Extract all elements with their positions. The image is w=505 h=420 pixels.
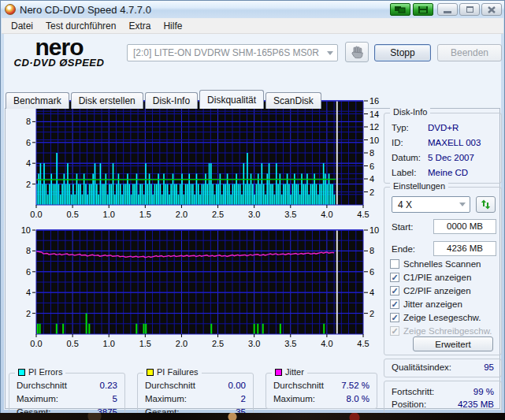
close-button[interactable] — [481, 3, 502, 16]
quality-index-value: 95 — [484, 362, 494, 372]
stop-button[interactable]: Stopp — [374, 44, 431, 61]
checkbox-jitter-anzeigen[interactable]: ✓Jitter anzeigen — [390, 297, 498, 310]
checkbox-schnelles-scannen[interactable]: Schnelles Scannen — [390, 257, 498, 270]
checkbox-label: C2/PIF anzeigen — [403, 286, 471, 295]
menu-item-extra[interactable]: Extra — [122, 19, 157, 33]
disk-info-row: Typ:DVD+R — [392, 123, 495, 132]
disk-info-value: Meine CD — [428, 168, 468, 177]
window-title: Nero CD-DVD Speed 4.7.7.0 — [20, 4, 151, 16]
end-input[interactable]: 4236 MB — [433, 241, 496, 256]
checkbox-box[interactable] — [390, 259, 399, 269]
save-graph-button[interactable] — [413, 3, 433, 16]
speed-select[interactable]: 4 X — [392, 196, 470, 213]
tab-disk-erstellen[interactable]: Disk erstellen — [71, 92, 143, 109]
disk-info-title: Disk-Info — [390, 107, 430, 117]
stat-row: Maximum:8.0 % — [273, 394, 369, 403]
stat-value: 5 — [113, 394, 117, 403]
start-input[interactable]: 0000 MB — [433, 219, 496, 234]
menu-item-test-durchf-hren[interactable]: Test durchführen — [39, 19, 122, 33]
checkbox-box[interactable]: ✓ — [390, 273, 399, 282]
settings-box: Einstellungen 4 X Start: 0000 MB Ende: 4… — [384, 187, 502, 355]
disk-info-row: Datum:5 Dec 2007 — [392, 153, 495, 162]
checkbox-box[interactable]: ✓ — [390, 313, 399, 322]
checkbox-c1-pie-anzeigen[interactable]: ✓C1/PIE anzeigen — [390, 270, 498, 284]
minimize-button[interactable] — [437, 3, 458, 16]
svg-text:6: 6 — [369, 267, 374, 277]
svg-text:6: 6 — [369, 162, 374, 171]
stat-row: Durchschnitt0.00 — [145, 381, 246, 390]
stat-box-title-text: Jitter — [285, 367, 304, 377]
stat-label: Durchschnitt — [17, 381, 67, 390]
svg-text:1.5: 1.5 — [139, 210, 151, 219]
checkbox-box: ✓ — [390, 326, 399, 336]
hand-icon — [351, 46, 364, 59]
tab-diskqualit-t[interactable]: Diskqualität — [199, 90, 264, 109]
quality-index-box: Qualitätsindex: 95 — [384, 359, 502, 377]
capture-screenshot-button[interactable] — [390, 3, 410, 16]
svg-text:1.0: 1.0 — [103, 339, 115, 348]
maximize-button[interactable] — [459, 3, 480, 16]
nero-app-icon — [5, 4, 16, 15]
stat-label: Maximum: — [273, 394, 315, 403]
settings-title: Einstellungen — [390, 181, 448, 191]
client-area: nero CD·DVD ØSPEED [2:0] LITE-ON DVDRW S… — [4, 34, 501, 410]
titlebar[interactable]: Nero CD-DVD Speed 4.7.7.0 — [1, 1, 504, 18]
progress-row: Fortschritt:99 % — [392, 387, 494, 396]
progress-label: Fortschritt: — [392, 387, 434, 396]
refresh-button[interactable] — [476, 196, 496, 213]
tabbar: BenchmarkDisk erstellenDisk-InfoDiskqual… — [6, 90, 323, 109]
svg-text:2.0: 2.0 — [176, 339, 188, 348]
legend-color-swatch — [275, 369, 282, 376]
disk-info-value: 5 Dec 2007 — [428, 153, 474, 162]
svg-text:0.0: 0.0 — [30, 210, 42, 219]
settings-checkboxes: Schnelles Scannen✓C1/PIE anzeigen✓C2/PIF… — [390, 257, 498, 337]
svg-text:10: 10 — [369, 136, 379, 145]
disk-info-value: DVD+R — [428, 123, 459, 132]
stat-box-title-text: PI Errors — [28, 367, 62, 377]
screens-icon — [394, 6, 407, 14]
svg-text:4: 4 — [369, 174, 374, 184]
eject-hand-button[interactable] — [345, 42, 369, 62]
svg-text:2: 2 — [26, 180, 31, 189]
speed-select-arrow[interactable] — [455, 203, 470, 206]
stat-label: Durchschnitt — [145, 381, 195, 390]
pi-errors-chart: 1086421614121086420.00.51.01.52.02.53.03… — [5, 96, 381, 221]
advanced-button[interactable]: Erweitert — [413, 336, 493, 351]
stat-row: Maximum:2 — [145, 394, 246, 403]
svg-text:6: 6 — [26, 267, 31, 277]
tab-benchmark[interactable]: Benchmark — [6, 92, 69, 109]
menubar: DateiTest durchführenExtraHilfe — [2, 18, 503, 34]
stat-box-title: Jitter — [272, 367, 307, 377]
menu-item-hilfe[interactable]: Hilfe — [157, 19, 188, 33]
menu-item-datei[interactable]: Datei — [5, 19, 39, 33]
checkbox-c2-pif-anzeigen[interactable]: ✓C2/PIF anzeigen — [390, 284, 498, 297]
checkbox-label: Jitter anzeigen — [403, 299, 462, 309]
stat-box-title-text: PI Failures — [157, 367, 199, 377]
checkbox-box[interactable]: ✓ — [390, 299, 399, 309]
tab-scandisk[interactable]: ScanDisk — [265, 92, 321, 109]
checkbox-box[interactable]: ✓ — [390, 286, 399, 295]
stat-value: 0.23 — [100, 381, 117, 390]
checkbox-zeige-lesegeschw[interactable]: ✓Zeige Lesegeschw. — [390, 310, 498, 324]
end-label: Ende: — [392, 244, 415, 254]
svg-text:4.0: 4.0 — [321, 339, 332, 348]
svg-text:2.5: 2.5 — [212, 339, 224, 348]
checkbox-label: Schnelles Scannen — [403, 259, 481, 269]
stat-row: Maximum:5 — [17, 394, 117, 403]
drive-selector[interactable]: [2:0] LITE-ON DVDRW SHM-165P6S MS0R — [127, 44, 338, 61]
app-window: Nero CD-DVD Speed 4.7.7.0 — [0, 0, 505, 413]
svg-text:4: 4 — [26, 288, 31, 297]
exit-button[interactable]: Beenden — [437, 44, 502, 61]
stat-value: 7.52 % — [341, 381, 369, 390]
checkbox-label: C1/PIE anzeigen — [403, 273, 471, 282]
disk-info-row: Label:Meine CD — [392, 168, 495, 177]
svg-text:4: 4 — [369, 288, 374, 297]
svg-text:8: 8 — [26, 117, 31, 126]
svg-text:0.0: 0.0 — [30, 339, 42, 348]
svg-text:2.0: 2.0 — [176, 210, 188, 219]
disk-info-label: Label: — [392, 168, 428, 177]
stat-value: 8.0 % — [347, 394, 369, 403]
stat-row: Durchschnitt7.52 % — [273, 381, 369, 390]
drive-selector-arrow[interactable] — [323, 51, 337, 55]
tab-disk-info[interactable]: Disk-Info — [145, 92, 198, 109]
